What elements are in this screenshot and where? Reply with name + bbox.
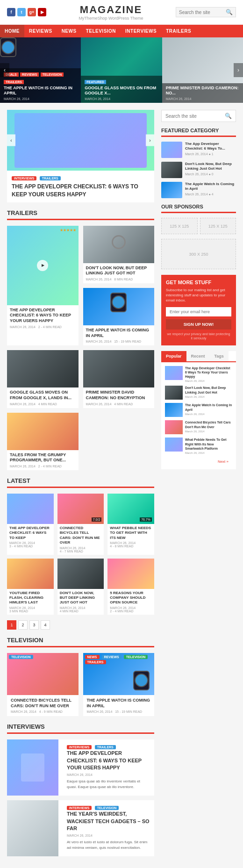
trailer-card-6[interactable]: TALES FROM THE GRUMPY PROGRAMMER, BUT ON… [7,413,79,470]
header-search-input[interactable] [179,10,226,15]
trailer-card-2[interactable]: DON'T LOOK NOW, BUT DEEP LINKING JUST GO… [83,226,155,283]
page-btn-4[interactable]: 4 [41,620,50,630]
trailer-title-4: GOOGLE GLASS MOVES ON FROM GOOGLE X, LAN… [10,390,76,401]
featured-slider-next[interactable]: › [146,135,154,146]
facebook-icon[interactable]: f [7,8,15,16]
interview-info-1: Interviews Trailers THE APP DEVELOPER CH… [63,739,154,796]
latest-meta-3: MARCH 26, 20144 - 8 MIN READ [110,541,152,548]
tv-card-1[interactable]: Television CONNECTED BICYCLES TELL CARS:… [7,653,79,716]
nav-item-interviews[interactable]: INTERVIEWS [121,25,161,37]
tabs-header: Popular Recent Tags [161,351,236,362]
featured-post-slider[interactable]: ‹ › [7,110,154,171]
twitter-icon[interactable]: t [17,8,26,16]
sidebar-search-box[interactable]: 🔍 [161,110,236,122]
nav-item-home[interactable]: HOME [0,25,24,37]
trailer-card-3[interactable]: THE APPLE WATCH IS COMING IN APRIL MARCH… [83,288,155,345]
tv-info-2: THE APPLE WATCH IS COMING IN APRIL MARCH… [83,695,155,716]
page-btn-1[interactable]: 1 [7,620,16,630]
latest-card-2[interactable]: 7.0/2 CONNECTED BICYCLES TELL CARS: DON'… [57,494,104,555]
trailer-main-meta: MARCH 26, 2014 2 - 4 MIN READ [10,325,76,329]
interview-badge-trailers[interactable]: Trailers [95,745,116,749]
tv-badge-television: Television [124,655,148,659]
youtube-icon[interactable]: ▶ [38,8,46,16]
main-container: ‹ › Interviews Trailers THE APP DEVELOPE… [0,103,243,868]
sidebar-post-1[interactable]: The App Developer Checklist: 6 Ways To..… [161,142,236,158]
tv-badge-trailers: Trailers [85,660,106,664]
tab-post-5[interactable]: What Pebble Needs To Get Right With Its … [165,438,232,454]
next-link[interactable]: Next » [165,458,232,466]
sidebar-search-icon[interactable]: 🔍 [225,113,232,119]
tv-badge-reviews: Reviews [102,655,122,659]
sponsor-small-1[interactable]: 125 X 125 [161,218,198,234]
interview-item-2[interactable]: Interviews Television THE YEAR'S WEIRDES… [7,800,154,856]
latest-card-1[interactable]: THE APP DEVELOPER CHECKLIST: 6 WAYS TO K… [7,494,54,555]
nav-item-reviews[interactable]: REVIEWS [24,25,57,37]
trailer-card-4[interactable]: GOOGLE GLASS MOVES ON FROM GOOGLE X, LAN… [7,350,79,408]
hero-arrow-left[interactable]: ‹ [0,63,9,77]
tab-tags[interactable]: Tags [210,351,229,361]
featured-category-widget: FEATURED CATEGORY The App Developer Chec… [161,128,236,198]
latest-card-5[interactable]: DON'T LOOK NOW, BUT DEEP LINKING JUST GO… [57,559,104,615]
site-subtitle: MyThemeShop WordPress Theme [79,16,143,21]
nav-item-trailers[interactable]: TRAILERS [161,25,196,37]
tab-popular[interactable]: Popular [161,351,186,361]
trailer-info-6: TALES FROM THE GRUMPY PROGRAMMER, BUT ON… [7,450,79,470]
trailer-meta-4: MARCH 26, 2014 4 MIN READ [10,402,76,406]
interview-excerpt-2: At vero et iusto et iusto at dolorum fug… [67,839,150,851]
page-btn-3[interactable]: 3 [29,620,39,630]
nav-item-news[interactable]: NEWS [57,25,81,37]
featured-badge-interviews[interactable]: Interviews [12,176,36,180]
hero-slide-3[interactable]: PRIME MINISTER DAVID CAMERON: NO... MARC… [162,37,243,103]
latest-info-6: 5 REASONS YOUR COMPANY SHOULD OPEN SOURC… [107,589,154,615]
latest-card-3[interactable]: 76.7% WHAT PEBBLE NEEDS TO GET RIGHT WIT… [107,494,154,555]
trailers-section-title: TRAILERS [7,209,154,220]
newsletter-widget: GET MORE STUFF Subscribe to our mailing … [161,275,236,345]
interview-meta-1: MARCH 26, 2014 [67,773,150,776]
sponsor-large[interactable]: 300 X 250 [161,239,236,269]
tv-badge-1: Television [9,655,33,659]
tv-card-2[interactable]: News Reviews Television Trailers THE APP… [83,653,155,716]
interview-badge-television[interactable]: Television [95,806,119,810]
site-brand: MAGAZINE MyThemeShop WordPress Theme [79,4,143,21]
interview-item-1[interactable]: Interviews Trailers THE APP DEVELOPER CH… [7,739,154,796]
newsletter-email-input[interactable] [166,307,231,316]
sidebar-post-3[interactable]: The Apple Watch Is Coming In April March… [161,182,236,198]
featured-slider-prev[interactable]: ‹ [7,135,15,146]
featured-badge-trailers[interactable]: Trailers [40,176,61,180]
header-search-icon[interactable]: 🔍 [226,9,233,15]
hero-slide-1[interactable]: Deals Reviews Television Trailers THE AP… [0,37,81,103]
sidebar-post-2[interactable]: Don't Look Now, But Deep Linking Just Go… [161,162,236,178]
header-search-box[interactable]: 🔍 [176,7,236,17]
latest-meta-5: MARCH 26, 20144 MIN READ [60,606,102,613]
hero-arrow-right[interactable]: › [234,63,243,77]
newsletter-title: GET MORE STUFF [166,280,231,285]
tv-title-2: THE APPLE WATCH IS COMING IN APRIL [87,698,151,709]
trailer-card-5[interactable]: PRIME MINISTER DAVID CAMERON: NO ENCRYPT… [83,350,155,408]
trailer-main-card[interactable]: ★★★★★ THE APP DEVELOPER CHECKLIST: 6 WAY… [7,226,79,346]
latest-card-6[interactable]: 5 REASONS YOUR COMPANY SHOULD OPEN SOURC… [107,559,154,615]
hero-slide-2-title: GOOGLE GLASS MOVES ON FROM GOOGLE X... [85,86,158,96]
tab-post-1[interactable]: The App Developer Checklist 6 Ways To Ke… [165,366,232,382]
interview-title-2: THE YEAR'S WEIRDEST, WACKIEST TECH GADGE… [67,811,150,832]
featured-post-title[interactable]: THE APP DEVELOPER CHECKLIST: 6 WAYS TO K… [12,183,150,199]
latest-card-4[interactable]: YOUTUBE FIRED FLASH, CLEARING HIMLER'S L… [7,559,54,615]
nav-item-television[interactable]: TELEVISION [81,25,121,37]
sponsor-small-2[interactable]: 125 X 125 [200,218,236,234]
interview-badge-interviews[interactable]: Interviews [67,745,92,749]
hero-slide-2[interactable]: Featured GOOGLE GLASS MOVES ON FROM GOOG… [81,37,162,103]
trailer-title-5: PRIME MINISTER DAVID CAMERON: NO ENCRYPT… [86,390,152,401]
page-btn-2[interactable]: 2 [18,620,28,630]
tab-recent[interactable]: Recent [186,351,210,361]
newsletter-submit-button[interactable]: SIGN UP NOW! [166,319,231,330]
tab-post-4[interactable]: Connected Bicycles Tell Cars Don't Run M… [165,420,232,434]
tab-post-3[interactable]: The Apple Watch Is Coming In April March… [165,403,232,417]
latest-title-6: 5 REASONS YOUR COMPANY SHOULD OPEN SOURC… [110,591,152,605]
google-plus-icon[interactable]: g+ [28,8,36,16]
interview-thumb-2 [7,800,58,856]
interview-badge-interviews-2[interactable]: Interviews [67,806,92,810]
tab-post-2[interactable]: Don't Look Now, But Deep Linking Just Go… [165,386,232,400]
trailer-main-title: THE APP DEVELOPER CHECKLIST: 6 WAYS TO K… [10,308,76,324]
sidebar-search-input[interactable] [165,114,225,119]
percentage-badge: 76.7% [140,517,152,522]
latest-meta-4: MARCH 26, 20143 MIN READ [9,606,51,613]
